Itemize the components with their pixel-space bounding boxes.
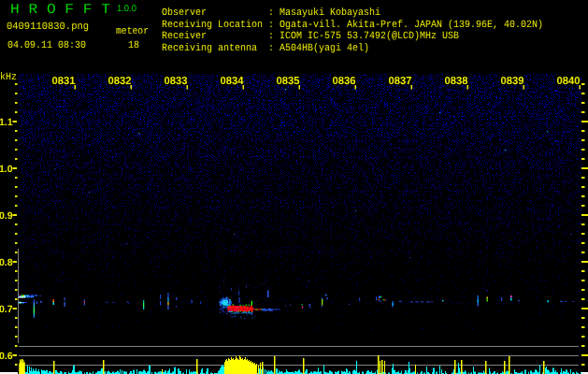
svg-text:meteor: meteor — [116, 26, 149, 37]
svg-text:kHz: kHz — [0, 72, 17, 83]
svg-text:0409110830.png: 0409110830.png — [7, 22, 89, 33]
svg-text:0840: 0840 — [557, 76, 581, 87]
svg-text:0834: 0834 — [221, 76, 245, 87]
svg-text:0836: 0836 — [333, 76, 356, 87]
svg-text:Receiving antenna : A504HB(ya: Receiving antenna : A504HB(yagi 4el) — [162, 43, 369, 54]
svg-text:1.0: 1.0 — [0, 164, 13, 175]
svg-text:0.7: 0.7 — [0, 304, 13, 315]
svg-text:0831: 0831 — [52, 76, 77, 87]
svg-text:Observer : Masayuki: Observer : Masayuki Kobayashi — [162, 7, 380, 19]
svg-text:0837: 0837 — [389, 76, 412, 87]
svg-text:0833: 0833 — [165, 76, 188, 87]
svg-text:H R O F F T: H R O F F T — [10, 2, 110, 18]
svg-text:18: 18 — [128, 40, 139, 51]
svg-text:04.09.11 08:30: 04.09.11 08:30 — [7, 40, 86, 51]
svg-text:0832: 0832 — [108, 76, 132, 87]
svg-text:1.1: 1.1 — [0, 117, 13, 128]
svg-text:0835: 0835 — [277, 76, 301, 87]
svg-text:0.9: 0.9 — [0, 210, 13, 222]
svg-text:0.6: 0.6 — [0, 351, 13, 362]
svg-text:1.0.0: 1.0.0 — [117, 4, 136, 14]
svg-text:0838: 0838 — [445, 76, 469, 87]
svg-text:Receiving Location : Ogata-vil: Receiving Location : Ogata-vill. Akita-P… — [162, 20, 543, 31]
svg-text:0839: 0839 — [501, 76, 524, 87]
svg-text:0.8: 0.8 — [0, 257, 13, 268]
svg-text:Receiver : ICOM IC-5: Receiver : ICOM IC-575 53.7492(@LCD)MHz … — [162, 31, 459, 42]
